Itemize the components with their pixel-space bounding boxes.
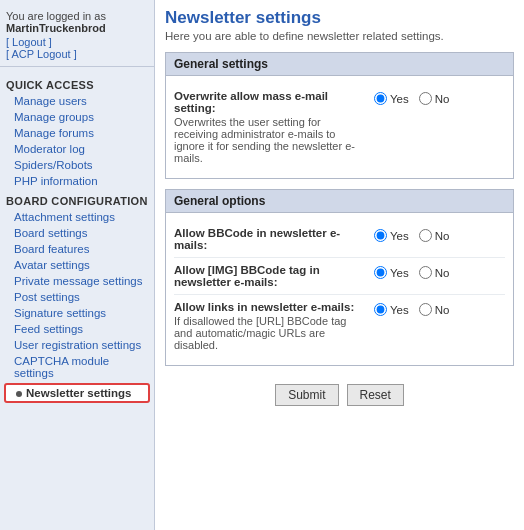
allow-bbcode-yes-option[interactable]: Yes bbox=[374, 229, 409, 242]
quick-access-title: QUICK ACCESS bbox=[0, 73, 154, 93]
sidebar-item-private-message-settings[interactable]: Private message settings bbox=[0, 273, 154, 289]
allow-bbcode-no-label: No bbox=[435, 230, 450, 242]
overwrite-mass-email-yes-radio[interactable] bbox=[374, 92, 387, 105]
allow-img-bbcode-row: Allow [IMG] BBCode tag in newsletter e-m… bbox=[174, 258, 505, 295]
overwrite-mass-email-title: Overwrite allow mass e-mail setting: bbox=[174, 90, 366, 114]
allow-links-no-radio[interactable] bbox=[419, 303, 432, 316]
allow-img-bbcode-no-radio[interactable] bbox=[419, 266, 432, 279]
allow-links-controls: Yes No bbox=[374, 301, 449, 316]
username: MartinTruckenbrod bbox=[6, 22, 106, 34]
sidebar-item-manage-groups[interactable]: Manage groups bbox=[0, 109, 154, 125]
allow-bbcode-no-option[interactable]: No bbox=[419, 229, 450, 242]
sidebar-item-signature-settings[interactable]: Signature settings bbox=[0, 305, 154, 321]
sidebar-item-spiders-robots[interactable]: Spiders/Robots bbox=[0, 157, 154, 173]
allow-img-bbcode-no-label: No bbox=[435, 267, 450, 279]
page-subtitle: Here you are able to define newsletter r… bbox=[165, 30, 514, 42]
allow-bbcode-row: Allow BBCode in newsletter e-mails: Yes … bbox=[174, 221, 505, 258]
sidebar-item-moderator-log[interactable]: Moderator log bbox=[0, 141, 154, 157]
page-title: Newsletter settings bbox=[165, 8, 514, 28]
logout-links: [ Logout ] [ ACP Logout ] bbox=[6, 36, 148, 60]
allow-links-yes-option[interactable]: Yes bbox=[374, 303, 409, 316]
acp-logout-link[interactable]: [ ACP Logout ] bbox=[6, 48, 148, 60]
sidebar-item-user-registration-settings[interactable]: User registration settings bbox=[0, 337, 154, 353]
overwrite-mass-email-no-label: No bbox=[435, 93, 450, 105]
newsletter-settings-link[interactable]: Newsletter settings bbox=[26, 387, 131, 399]
general-options-body: Allow BBCode in newsletter e-mails: Yes … bbox=[166, 213, 513, 365]
overwrite-mass-email-desc: Overwrites the user setting for receivin… bbox=[174, 116, 366, 164]
overwrite-mass-email-controls: Yes No bbox=[374, 90, 449, 105]
allow-img-bbcode-no-option[interactable]: No bbox=[419, 266, 450, 279]
allow-links-no-label: No bbox=[435, 304, 450, 316]
sidebar-item-attachment-settings[interactable]: Attachment settings bbox=[0, 209, 154, 225]
php-information-link[interactable]: PHP information bbox=[14, 175, 98, 187]
moderator-log-link[interactable]: Moderator log bbox=[14, 143, 85, 155]
reset-button[interactable]: Reset bbox=[347, 384, 404, 406]
sidebar-item-php-information[interactable]: PHP information bbox=[0, 173, 154, 189]
general-settings-section: General settings Overwrite allow mass e-… bbox=[165, 52, 514, 179]
allow-bbcode-title: Allow BBCode in newsletter e-mails: bbox=[174, 227, 366, 251]
allow-bbcode-yes-radio[interactable] bbox=[374, 229, 387, 242]
allow-img-bbcode-yes-radio[interactable] bbox=[374, 266, 387, 279]
allow-img-bbcode-title: Allow [IMG] BBCode tag in newsletter e-m… bbox=[174, 264, 366, 288]
allow-links-row: Allow links in newsletter e-mails: If di… bbox=[174, 295, 505, 357]
user-block: You are logged in as MartinTruckenbrod [… bbox=[0, 6, 154, 67]
general-options-section: General options Allow BBCode in newslett… bbox=[165, 189, 514, 366]
allow-links-yes-label: Yes bbox=[390, 304, 409, 316]
sidebar-item-feed-settings[interactable]: Feed settings bbox=[0, 321, 154, 337]
allow-bbcode-no-radio[interactable] bbox=[419, 229, 432, 242]
main-content: Newsletter settings Here you are able to… bbox=[155, 0, 524, 530]
allow-bbcode-label: Allow BBCode in newsletter e-mails: bbox=[174, 227, 374, 251]
sidebar: You are logged in as MartinTruckenbrod [… bbox=[0, 0, 155, 530]
sidebar-item-avatar-settings[interactable]: Avatar settings bbox=[0, 257, 154, 273]
logged-as-text: You are logged in as bbox=[6, 10, 106, 22]
active-bullet-icon bbox=[16, 391, 22, 397]
overwrite-mass-email-yes-option[interactable]: Yes bbox=[374, 92, 409, 105]
overwrite-mass-email-yes-label: Yes bbox=[390, 93, 409, 105]
general-settings-body: Overwrite allow mass e-mail setting: Ove… bbox=[166, 76, 513, 178]
sidebar-item-board-settings[interactable]: Board settings bbox=[0, 225, 154, 241]
allow-bbcode-controls: Yes No bbox=[374, 227, 449, 242]
overwrite-mass-email-no-option[interactable]: No bbox=[419, 92, 450, 105]
manage-groups-link[interactable]: Manage groups bbox=[14, 111, 94, 123]
sidebar-item-newsletter-settings[interactable]: Newsletter settings bbox=[4, 383, 150, 403]
spiders-robots-link[interactable]: Spiders/Robots bbox=[14, 159, 93, 171]
manage-users-link[interactable]: Manage users bbox=[14, 95, 87, 107]
allow-links-title: Allow links in newsletter e-mails: bbox=[174, 301, 366, 313]
allow-img-bbcode-label: Allow [IMG] BBCode tag in newsletter e-m… bbox=[174, 264, 374, 288]
overwrite-mass-email-no-radio[interactable] bbox=[419, 92, 432, 105]
general-settings-header: General settings bbox=[166, 53, 513, 76]
allow-links-no-option[interactable]: No bbox=[419, 303, 450, 316]
allow-img-bbcode-controls: Yes No bbox=[374, 264, 449, 279]
manage-forums-link[interactable]: Manage forums bbox=[14, 127, 94, 139]
submit-button[interactable]: Submit bbox=[275, 384, 338, 406]
logout-link[interactable]: [ Logout ] bbox=[6, 36, 148, 48]
sidebar-item-post-settings[interactable]: Post settings bbox=[0, 289, 154, 305]
form-buttons: Submit Reset bbox=[165, 376, 514, 410]
allow-links-label: Allow links in newsletter e-mails: If di… bbox=[174, 301, 374, 351]
allow-links-desc: If disallowed the [URL] BBCode tag and a… bbox=[174, 315, 366, 351]
general-options-header: General options bbox=[166, 190, 513, 213]
allow-img-bbcode-yes-option[interactable]: Yes bbox=[374, 266, 409, 279]
allow-img-bbcode-yes-label: Yes bbox=[390, 267, 409, 279]
sidebar-item-manage-forums[interactable]: Manage forums bbox=[0, 125, 154, 141]
overwrite-mass-email-row: Overwrite allow mass e-mail setting: Ove… bbox=[174, 84, 505, 170]
allow-bbcode-yes-label: Yes bbox=[390, 230, 409, 242]
sidebar-item-manage-users[interactable]: Manage users bbox=[0, 93, 154, 109]
board-config-title: BOARD CONFIGURATION bbox=[0, 189, 154, 209]
sidebar-item-captcha-module-settings[interactable]: CAPTCHA module settings bbox=[0, 353, 154, 381]
sidebar-item-board-features[interactable]: Board features bbox=[0, 241, 154, 257]
overwrite-mass-email-label: Overwrite allow mass e-mail setting: Ove… bbox=[174, 90, 374, 164]
allow-links-yes-radio[interactable] bbox=[374, 303, 387, 316]
